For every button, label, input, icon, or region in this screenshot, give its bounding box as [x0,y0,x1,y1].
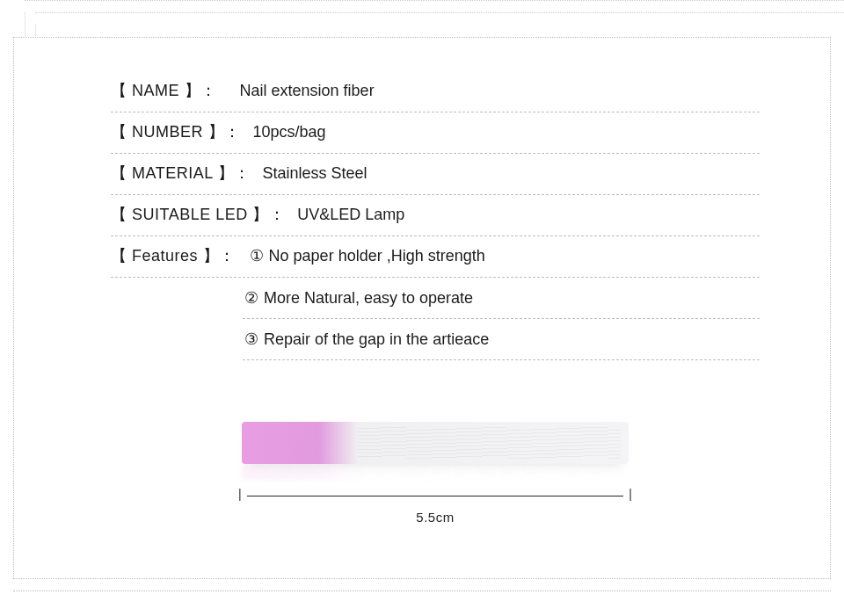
value-name: Nail extension fiber [240,82,375,100]
label-suitable-led: 【 SUITABLE LED 】： [111,204,285,225]
feature-2: ②More Natural, easy to operate [243,278,760,319]
dim-tick-left: | [238,487,242,501]
row-number: 【 NUMBER 】： 10pcs/bag [111,112,760,154]
dimension-line: | | [242,489,629,506]
label-material: 【 MATERIAL 】： [111,163,251,184]
product-illustration: | | 5.5cm [111,422,760,525]
circled-1-icon: ① [248,246,266,265]
circled-3-icon: ③ [243,330,260,349]
label-features: 【 Features 】： [111,245,236,266]
circled-2-icon: ② [243,288,260,308]
dimension-label: 5.5cm [111,510,760,525]
row-features: 【 Features 】： ①No paper holder ,High str… [111,236,760,278]
fiber-reflection [242,464,629,480]
spec-card: 【 NAME 】： Nail extension fiber 【 NUMBER … [13,37,831,579]
feature-1: ①No paper holder ,High strength [248,246,485,265]
value-suitable-led: UV&LED Lamp [297,206,404,224]
fiber-image [242,422,629,464]
dim-tick-right: | [629,487,632,501]
row-name: 【 NAME 】： Nail extension fiber [111,80,760,112]
row-material: 【 MATERIAL 】： Stainless Steel [111,154,760,195]
label-name: 【 NAME 】： [111,80,217,101]
feature-3: ③Repair of the gap in the artieace [243,319,760,360]
label-number: 【 NUMBER 】： [111,121,241,142]
row-suitable-led: 【 SUITABLE LED 】： UV&LED Lamp [111,195,760,236]
value-number: 10pcs/bag [253,123,326,141]
value-material: Stainless Steel [263,164,367,183]
